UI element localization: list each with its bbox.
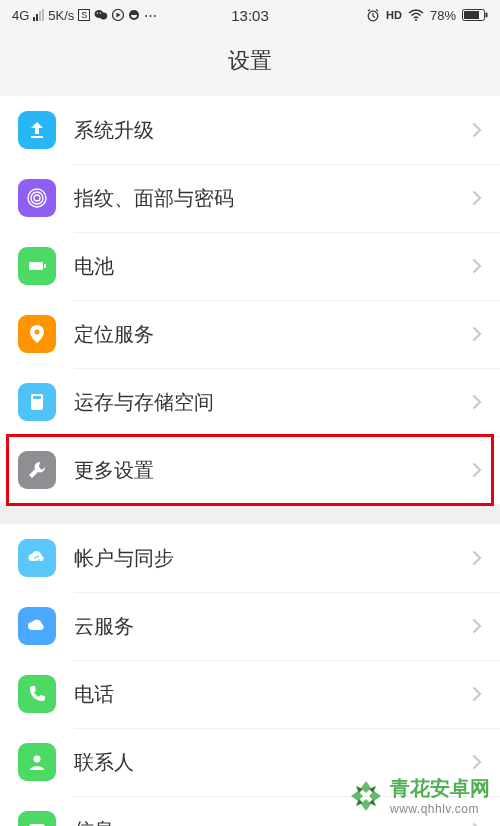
signal-icon	[33, 9, 44, 21]
watermark-icon	[348, 778, 384, 814]
settings-row-location[interactable]: 定位服务	[0, 300, 500, 368]
settings-row-more-settings[interactable]: 更多设置	[0, 436, 500, 504]
hd-indicator: HD	[386, 9, 402, 21]
chevron-right-icon	[472, 550, 482, 566]
svg-point-17	[35, 330, 40, 335]
chevron-right-icon	[472, 686, 482, 702]
wrench-icon	[18, 451, 56, 489]
row-label: 运存与存储空间	[74, 389, 472, 416]
chevron-right-icon	[472, 462, 482, 478]
row-label: 更多设置	[74, 457, 472, 484]
wifi-icon	[408, 9, 424, 21]
svg-rect-11	[31, 136, 43, 138]
fingerprint-icon	[18, 179, 56, 217]
cloud-sync-icon	[18, 539, 56, 577]
contact-icon	[18, 743, 56, 781]
battery-icon	[462, 9, 488, 21]
chevron-right-icon	[472, 122, 482, 138]
row-label: 联系人	[74, 749, 472, 776]
watermark: 青花安卓网 www.qhhlv.com	[348, 775, 490, 816]
page-title: 设置	[0, 30, 500, 96]
battery-percent: 78%	[430, 8, 456, 23]
status-right: HD 78%	[366, 8, 488, 23]
row-label: 电话	[74, 681, 472, 708]
svg-rect-15	[29, 262, 43, 270]
svg-rect-9	[464, 11, 479, 19]
svg-point-3	[100, 12, 101, 13]
cloud-icon	[18, 607, 56, 645]
svg-point-20	[34, 756, 41, 763]
chevron-right-icon	[472, 618, 482, 634]
location-icon	[18, 315, 56, 353]
svg-rect-19	[33, 396, 41, 399]
wechat-icon	[94, 9, 108, 21]
settings-row-biometrics[interactable]: 指纹、面部与密码	[0, 164, 500, 232]
watermark-url: www.qhhlv.com	[390, 802, 490, 816]
row-label: 系统升级	[74, 117, 472, 144]
settings-row-cloud[interactable]: 云服务	[0, 592, 500, 660]
settings-row-account-sync[interactable]: 帐户与同步	[0, 524, 500, 592]
svg-rect-10	[486, 13, 488, 18]
row-label: 信息	[74, 817, 472, 827]
data-speed: 5K/s	[48, 8, 74, 23]
watermark-brand: 青花安卓网	[390, 777, 490, 799]
svg-rect-16	[44, 264, 46, 268]
status-bar: 4G 5K/s S 13:03 HD 78%	[0, 0, 500, 30]
svg-point-12	[34, 195, 40, 201]
alarm-icon	[366, 8, 380, 22]
status-left: 4G 5K/s S	[12, 8, 157, 23]
chevron-right-icon	[472, 754, 482, 770]
play-icon	[112, 9, 124, 21]
svg-point-2	[97, 12, 98, 13]
more-notifications-icon	[144, 8, 157, 23]
row-label: 定位服务	[74, 321, 472, 348]
phone-icon	[18, 675, 56, 713]
settings-row-phone[interactable]: 电话	[0, 660, 500, 728]
battery-icon	[18, 247, 56, 285]
svg-point-13	[31, 192, 43, 204]
settings-row-system-upgrade[interactable]: 系统升级	[0, 96, 500, 164]
row-label: 指纹、面部与密码	[74, 185, 472, 212]
row-label: 帐户与同步	[74, 545, 472, 572]
sim-indicator-icon: S	[78, 9, 90, 21]
message-icon	[18, 811, 56, 826]
settings-row-battery[interactable]: 电池	[0, 232, 500, 300]
app-icon	[128, 9, 140, 21]
chevron-right-icon	[472, 258, 482, 274]
chevron-right-icon	[472, 394, 482, 410]
storage-icon	[18, 383, 56, 421]
chevron-right-icon	[472, 822, 482, 826]
status-time: 13:03	[231, 7, 269, 24]
svg-point-1	[100, 13, 108, 20]
chevron-right-icon	[472, 190, 482, 206]
upgrade-icon	[18, 111, 56, 149]
network-type: 4G	[12, 8, 29, 23]
row-label: 电池	[74, 253, 472, 280]
row-label: 云服务	[74, 613, 472, 640]
settings-list: 系统升级指纹、面部与密码电池定位服务运存与存储空间更多设置帐户与同步云服务电话联…	[0, 96, 500, 826]
settings-row-storage[interactable]: 运存与存储空间	[0, 368, 500, 436]
svg-point-7	[415, 19, 417, 21]
chevron-right-icon	[472, 326, 482, 342]
